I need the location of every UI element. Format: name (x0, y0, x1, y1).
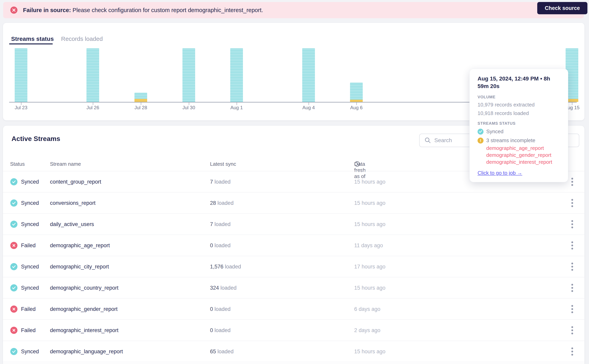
tab-streams-status[interactable]: Streams status (11, 35, 54, 42)
latest-sync-loaded: 65 loaded (210, 348, 234, 354)
loaded-word: loaded (215, 306, 231, 312)
row-kebab-menu[interactable] (570, 219, 574, 229)
data-fresh-value: 17 hours ago (354, 263, 386, 270)
active-streams-title: Active Streams (12, 135, 60, 143)
loaded-word: loaded (215, 221, 231, 227)
stream-name: demographic_interest_report (50, 327, 118, 333)
x-axis-label: Jul 26 (86, 105, 99, 110)
table-row: Faileddemographic_age_report0 loaded11 d… (3, 235, 584, 256)
incomplete-stream-link[interactable]: demographic_gender_report (486, 152, 560, 159)
tooltip-volume-label: VOLUME (478, 95, 560, 99)
status-label: Synced (21, 200, 39, 206)
loaded-count: 1,576 (210, 263, 223, 269)
chart-bar-aug-1[interactable] (230, 48, 243, 102)
latest-sync-loaded: 0 loaded (210, 306, 231, 312)
row-kebab-menu[interactable] (570, 176, 574, 187)
synced-check-icon (10, 263, 17, 270)
loaded-word: loaded (225, 263, 241, 269)
column-header-stream-name: Stream name (50, 161, 81, 167)
loaded-count: 7 (210, 179, 213, 185)
status-label: Failed (21, 242, 36, 248)
latest-sync-loaded: 0 loaded (210, 327, 231, 333)
tab-records-loaded[interactable]: Records loaded (61, 35, 103, 42)
warning-icon: ! (478, 138, 484, 143)
loaded-count: 0 (210, 306, 213, 312)
x-axis-label: Aug 1 (230, 105, 243, 110)
table-row: Synceddemographic_city_report1,576 loade… (3, 256, 584, 277)
x-axis-label: Jul 30 (183, 105, 195, 110)
tooltip-incomplete-links: demographic_age_reportdemographic_gender… (486, 145, 560, 166)
failed-x-icon (10, 242, 17, 249)
status-label: Synced (21, 285, 39, 291)
row-kebab-menu[interactable] (570, 240, 574, 251)
check-source-button[interactable]: Check source (537, 2, 587, 14)
loaded-count: 0 (210, 327, 213, 333)
streams-table-body: Syncedcontent_group_report7 loaded15 hou… (3, 171, 584, 362)
row-kebab-menu[interactable] (570, 283, 574, 293)
chart-bar-aug-4[interactable] (302, 48, 315, 102)
x-axis-label: Jul 28 (134, 105, 147, 110)
loaded-word: loaded (215, 327, 231, 333)
synced-check-icon (10, 348, 17, 355)
row-kebab-menu[interactable] (570, 261, 574, 272)
row-kebab-menu[interactable] (570, 325, 574, 335)
latest-sync-loaded: 324 loaded (210, 285, 237, 291)
stream-name: demographic_country_report (50, 285, 118, 291)
sync-tooltip: Aug 15, 2024, 12:49 PM • 8h 59m 20s VOLU… (469, 69, 568, 182)
latest-sync-loaded: 28 loaded (210, 200, 234, 206)
tooltip-incomplete-row: ! 3 streams incomplete (478, 137, 560, 143)
table-row: Synceddemographic_country_report324 load… (3, 277, 584, 299)
chart-bar-jul-30[interactable] (183, 48, 195, 102)
x-axis-label: Jul 23 (15, 105, 27, 110)
synced-check-icon (10, 178, 17, 185)
row-kebab-menu[interactable] (570, 198, 574, 208)
tooltip-synced-row: Synced (478, 129, 560, 135)
error-banner-bold: Failure in source: (23, 7, 71, 13)
failed-x-icon (10, 327, 17, 334)
chart-bar-aug-6[interactable] (350, 83, 363, 102)
tooltip-streams-status-label: STREAMS STATUS (478, 121, 560, 126)
x-axis-label: Aug 4 (302, 105, 315, 110)
table-row: Faileddemographic_gender_report0 loaded6… (3, 299, 584, 320)
status-label: Failed (21, 327, 36, 333)
loaded-word: loaded (217, 200, 234, 206)
tooltip-synced-label: Synced (486, 129, 504, 135)
row-kebab-menu[interactable] (570, 304, 574, 314)
tooltip-title: Aug 15, 2024, 12:49 PM • 8h 59m 20s (478, 75, 560, 90)
active-tab-underline (9, 43, 53, 44)
loaded-word: loaded (221, 285, 237, 291)
stream-name: conversions_report (50, 200, 96, 206)
incomplete-stream-link[interactable]: demographic_interest_report (486, 159, 560, 166)
chart-bar-jul-28[interactable] (134, 93, 147, 102)
stream-name: demographic_language_report (50, 348, 123, 354)
failed-x-icon (10, 306, 17, 313)
loaded-word: loaded (217, 348, 234, 354)
chart-bar-jul-26[interactable] (86, 48, 99, 102)
error-icon (10, 6, 17, 14)
column-header-data-fresh: Data fresh as of (354, 161, 360, 167)
loaded-count: 0 (210, 242, 213, 248)
table-row: Faileddemographic_interest_report0 loade… (3, 320, 584, 341)
latest-sync-loaded: 0 loaded (210, 242, 231, 248)
data-fresh-value: 15 hours ago (354, 348, 386, 354)
latest-sync-loaded: 7 loaded (210, 179, 231, 185)
stream-name: demographic_city_report (50, 263, 109, 270)
chart-bar-jul-23[interactable] (15, 48, 27, 102)
synced-check-icon (10, 199, 17, 207)
column-header-status: Status (10, 161, 25, 167)
error-banner-message: Please check configuration for custom re… (71, 7, 263, 13)
incomplete-stream-link[interactable]: demographic_age_report (486, 145, 560, 152)
loaded-count: 28 (210, 200, 216, 206)
column-header-latest-sync: Latest sync (210, 161, 236, 167)
chart-bar-incomplete-segment (134, 99, 147, 102)
status-label: Synced (21, 263, 39, 270)
search-icon (424, 137, 431, 144)
error-banner-text: Failure in source: Please check configur… (23, 7, 263, 13)
go-to-job-link[interactable]: Click to go to job → (478, 170, 522, 176)
synced-check-icon (10, 284, 17, 292)
row-kebab-menu[interactable] (570, 346, 574, 357)
loaded-word: loaded (215, 179, 231, 185)
data-fresh-value: 2 days ago (354, 327, 380, 333)
table-row: Synceddaily_active_users7 loaded15 hours… (3, 214, 584, 235)
latest-sync-loaded: 7 loaded (210, 221, 231, 227)
